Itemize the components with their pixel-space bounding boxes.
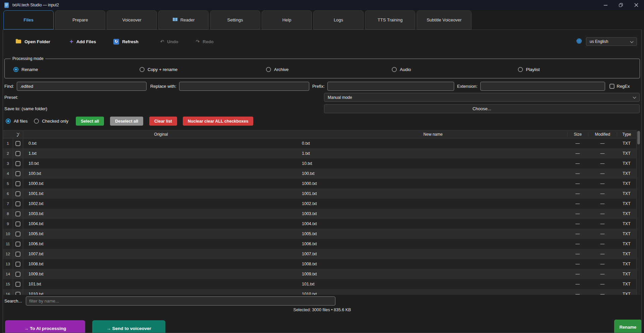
tab-logs[interactable]: Logs <box>313 10 364 29</box>
refresh-button[interactable]: ↻ Refresh <box>113 39 138 45</box>
row-checkbox[interactable] <box>15 252 20 257</box>
table-row[interactable]: 1 0.txt 0.txt — — TXT <box>3 138 640 148</box>
to-ai-processing-button[interactable]: → To AI processing <box>5 320 85 333</box>
tab-tts-training[interactable]: TTS Training <box>365 10 415 29</box>
table-row[interactable]: 3 10.txt 10.txt — — TXT <box>3 158 640 169</box>
search-row: Search... <box>3 296 641 306</box>
preset-select[interactable]: Manual mode <box>324 93 640 102</box>
nuclear-clear-button[interactable]: Nuclear clear ALL checkboxes <box>183 117 254 126</box>
tab-bar: Files Prepare Voiceover Reader Settings … <box>0 10 644 29</box>
scrollbar-thumb[interactable] <box>637 131 640 144</box>
prefix-input[interactable] <box>327 82 454 91</box>
cell-type: TXT <box>617 252 636 256</box>
table-row[interactable]: 11 1006.txt 1006.txt — — TXT <box>3 239 640 249</box>
add-files-button[interactable]: + Add Files <box>70 39 96 44</box>
open-folder-button[interactable]: Open Folder <box>15 39 50 45</box>
table-row[interactable]: 15 101.txt 101.txt — — TXT <box>3 279 640 289</box>
regex-checkbox[interactable] <box>609 84 614 89</box>
row-checkbox[interactable] <box>15 151 20 156</box>
find-input[interactable] <box>17 82 147 91</box>
row-checkbox[interactable] <box>15 171 20 176</box>
cell-modified: — <box>588 151 617 156</box>
undo-button[interactable]: ↶ Undo <box>160 39 178 44</box>
tab-voiceover[interactable]: Voiceover <box>107 10 157 29</box>
table-header: ✓ Original New name Size Modified Type <box>3 131 640 138</box>
rename-button[interactable]: Rename <box>614 320 642 333</box>
row-checkbox-cell <box>13 209 23 219</box>
tab-settings[interactable]: Settings <box>210 10 260 29</box>
search-input[interactable] <box>26 296 335 306</box>
deselect-all-button[interactable]: Deselect all <box>110 117 143 126</box>
tab-reader[interactable]: Reader <box>158 10 209 29</box>
close-button[interactable] <box>629 0 644 10</box>
radio-audio[interactable]: Audio <box>392 67 411 72</box>
table-row[interactable]: 5 1000.txt 1000.txt — — TXT <box>3 179 640 189</box>
row-checkbox[interactable] <box>15 231 20 237</box>
cell-size: — <box>567 292 588 295</box>
choose-folder-button[interactable]: Choose... <box>324 104 640 113</box>
radio-archive[interactable]: Archive <box>266 67 288 72</box>
table-row[interactable]: 9 1004.txt 1004.txt — — TXT <box>3 219 640 229</box>
row-checkbox[interactable] <box>15 262 20 267</box>
header-checkbox-column[interactable]: ✓ <box>13 131 23 138</box>
cell-modified: — <box>588 201 617 206</box>
header-new-name[interactable]: New name <box>299 132 567 137</box>
table-row[interactable]: 7 1002.txt 1002.txt — — TXT <box>3 199 640 209</box>
clear-list-button[interactable]: Clear list <box>149 117 177 126</box>
table-row[interactable]: 4 100.txt 100.txt — — TXT <box>3 169 640 179</box>
header-modified[interactable]: Modified <box>588 132 617 137</box>
radio-rename[interactable]: Rename <box>13 67 38 72</box>
prefix-label: Prefix: <box>312 84 325 89</box>
replace-input[interactable] <box>179 82 309 91</box>
row-checkbox[interactable] <box>15 201 20 206</box>
table-row[interactable]: 8 1003.txt 1003.txt — — TXT <box>3 209 640 219</box>
table-row[interactable]: 2 1.txt 1.txt — — TXT <box>3 148 640 158</box>
row-checkbox[interactable] <box>15 161 20 166</box>
undo-arrow-icon: ↶ <box>160 39 164 44</box>
row-checkbox[interactable] <box>15 191 20 196</box>
redo-arrow-icon: ↷ <box>196 39 200 44</box>
row-checkbox-cell <box>13 219 23 229</box>
row-checkbox-cell <box>13 259 23 269</box>
select-all-button[interactable]: Select all <box>76 117 104 126</box>
row-checkbox[interactable] <box>15 292 20 295</box>
row-checkbox[interactable] <box>15 242 20 247</box>
minimize-button[interactable] <box>598 0 613 10</box>
maximize-button[interactable] <box>613 0 629 10</box>
table-row[interactable]: 13 1008.txt 1008.txt — — TXT <box>3 259 640 269</box>
tab-subtitle-voiceover[interactable]: Subtitle Voiceover <box>417 10 472 29</box>
tab-files[interactable]: Files <box>3 10 54 29</box>
language-select[interactable]: us English <box>586 37 637 46</box>
row-number: 11 <box>3 239 13 249</box>
tab-help[interactable]: Help <box>262 10 312 29</box>
cell-original: 1000.txt <box>23 181 299 186</box>
radio-playlist[interactable]: Playlist <box>518 67 540 72</box>
radio-checked-only[interactable]: Checked only <box>34 119 68 124</box>
cell-size: — <box>567 181 588 186</box>
row-checkbox[interactable] <box>15 211 20 216</box>
table-row[interactable]: 14 1009.txt 1009.txt — — TXT <box>3 269 640 279</box>
cell-type: TXT <box>617 262 636 266</box>
plus-icon: + <box>70 39 73 44</box>
table-row[interactable]: 16 1010.txt 1010.txt — — TXT <box>3 289 640 295</box>
row-checkbox[interactable] <box>15 141 20 146</box>
radio-copy-rename[interactable]: Copy + rename <box>140 67 177 72</box>
cell-original: 1003.txt <box>23 211 299 216</box>
table-row[interactable]: 12 1007.txt 1007.txt — — TXT <box>3 249 640 259</box>
row-number: 8 <box>3 209 13 219</box>
row-checkbox[interactable] <box>15 181 20 186</box>
header-size[interactable]: Size <box>567 132 588 137</box>
tab-prepare[interactable]: Prepare <box>55 10 105 29</box>
row-checkbox[interactable] <box>15 272 20 277</box>
send-to-voiceover-button[interactable]: → Send to voiceover <box>92 320 165 333</box>
table-scrollbar[interactable] <box>636 130 640 294</box>
header-original[interactable]: Original <box>23 132 299 137</box>
row-checkbox[interactable] <box>15 221 20 226</box>
redo-button[interactable]: ↷ Redo <box>196 39 214 44</box>
header-type[interactable]: Type <box>617 132 636 137</box>
radio-all-files[interactable]: All files <box>6 119 28 124</box>
extension-input[interactable] <box>480 82 605 91</box>
table-row[interactable]: 10 1005.txt 1005.txt — — TXT <box>3 229 640 239</box>
row-checkbox[interactable] <box>15 282 20 287</box>
table-row[interactable]: 6 1001.txt 1001.txt — — TXT <box>3 189 640 199</box>
